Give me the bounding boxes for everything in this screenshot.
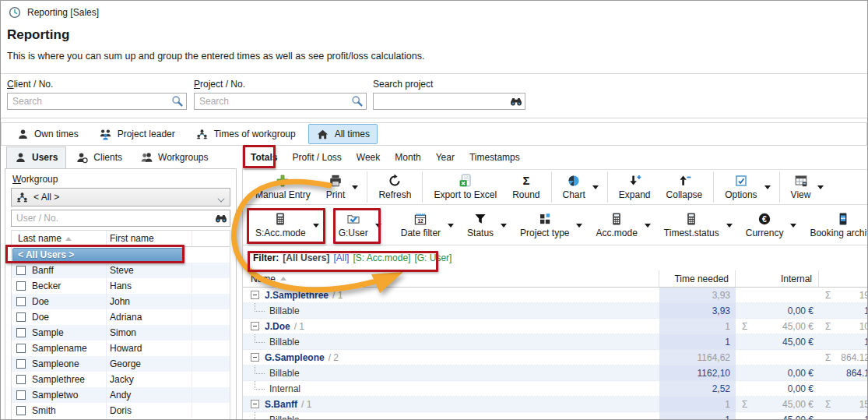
search-icon[interactable] [171, 95, 184, 108]
user-checkbox[interactable] [16, 266, 26, 275]
report-tab-totals[interactable]: Totals [251, 152, 277, 163]
toolbar-button-booking-archive[interactable]: Booking archive [802, 205, 868, 245]
chevron-down-icon[interactable] [764, 185, 771, 189]
user-checkbox[interactable] [16, 359, 26, 369]
report-row-billable-8[interactable]: Billable145,00 €1 [243, 412, 868, 420]
user-row-doe-adriana[interactable]: DoeAdriana [12, 309, 230, 325]
toolbar-button-expand[interactable]: Expand [611, 170, 659, 204]
tree-collapse-icon[interactable] [251, 400, 259, 408]
report-tab-profit-loss[interactable]: Profit / Loss [292, 152, 341, 163]
report-row-s-banff-7[interactable]: S.Banff/ 11Σ45,00 €Σ15 [243, 397, 868, 412]
report-tab-week[interactable]: Week [357, 152, 380, 163]
report-tab-timestamps[interactable]: Timestamps [469, 152, 520, 163]
user-checkbox[interactable] [16, 281, 26, 291]
project-search-input[interactable] [194, 93, 367, 110]
toolbar-button-print[interactable]: Print [318, 170, 364, 204]
internal-value: 45,00 € [782, 337, 814, 348]
search-icon[interactable] [351, 95, 364, 108]
report-row-billable-1[interactable]: Billable3,930,00 €1 [243, 303, 868, 319]
filter-toolbar: S:Acc.modeG:User12Date filterStatusProje… [243, 205, 867, 245]
user-row-sample-simon[interactable]: SampleSimon [12, 325, 230, 341]
toolbar-button-date-filter[interactable]: 12Date filter [393, 205, 459, 245]
column-header-lastname[interactable]: Last name [12, 231, 107, 246]
report-tab-month[interactable]: Month [395, 152, 420, 163]
toolbar-button-round[interactable]: ΣRound [504, 170, 547, 204]
toolbar-button-label: Export to Excel [434, 189, 497, 200]
report-row-j-samplethree-0[interactable]: J.Samplethree/ 13,93Σ19 [243, 288, 868, 303]
chevron-down-icon[interactable] [501, 224, 507, 228]
user-filter-input[interactable] [11, 210, 230, 227]
chevron-down-icon[interactable] [448, 224, 454, 228]
user-row-smith-doris[interactable]: SmithDoris [12, 403, 230, 418]
mode-tab-project-leader[interactable]: Project leader [91, 124, 183, 144]
app-window: Reporting [Sales] Reporting This is wher… [0, 0, 868, 420]
tree-collapse-icon[interactable] [251, 353, 259, 362]
user-table-header: Last name First name [12, 231, 230, 247]
report-row-j-doe-2[interactable]: J.Doe/ 11Σ45,00 €Σ10 [243, 319, 868, 334]
column-header-firstname[interactable]: First name [107, 231, 192, 246]
tree-collapse-icon[interactable] [251, 291, 259, 299]
chevron-down-icon[interactable] [726, 224, 733, 228]
user-row-banff-steve[interactable]: BanffSteve [12, 263, 230, 278]
tree-collapse-icon[interactable] [251, 322, 259, 330]
mode-tab-times-of-workgroup[interactable]: Times of workgroup [188, 124, 304, 144]
toolbar-button-export-to-excel[interactable]: Export to Excel [426, 170, 504, 204]
toolbar-button-refresh[interactable]: Refresh [371, 170, 419, 204]
chevron-down-icon[interactable] [576, 224, 582, 228]
user-row-doe-john[interactable]: DoeJohn [12, 294, 230, 309]
client-search-input[interactable] [7, 93, 187, 110]
toolbar-button-label: Round [512, 189, 539, 200]
all-users-row[interactable]: < All Users > [12, 247, 230, 263]
user-checkbox[interactable] [16, 406, 26, 415]
chevron-down-icon[interactable] [592, 185, 599, 189]
user-row-sampleone-george[interactable]: SampleoneGeorge [12, 356, 230, 372]
toolbar-button-chart[interactable]: Chart [555, 170, 604, 204]
report-row-internal-6[interactable]: Internal2,520,00 € [243, 381, 868, 397]
chevron-down-icon[interactable] [352, 185, 358, 189]
user-checkbox[interactable] [16, 390, 26, 400]
left-tab-workgroups[interactable]: Workgroups [132, 146, 216, 168]
toolbar-button-options[interactable]: Options [717, 170, 775, 204]
chevron-down-icon[interactable] [375, 224, 381, 228]
toolbar-button-manual-entry[interactable]: Manual Entry [248, 170, 318, 204]
user-checkbox[interactable] [16, 297, 26, 306]
toolbar-button-status[interactable]: Status [459, 205, 512, 245]
user-row-samplethree-jacky[interactable]: SamplethreeJacky [12, 372, 230, 387]
toolbar-button-acc-mode[interactable]: Acc.mode [588, 205, 655, 245]
user-row-samplename-howard[interactable]: SamplenameHoward [12, 341, 230, 356]
toolbar-button-collapse[interactable]: Collapse [659, 170, 711, 204]
left-tab-clients[interactable]: Clients [68, 146, 131, 168]
left-tab-users[interactable]: Users [6, 146, 66, 168]
toolbar-button-currency[interactable]: €Currency [738, 205, 803, 245]
chevron-down-icon[interactable] [645, 224, 651, 228]
workgroup-dropdown[interactable]: < All > [11, 188, 230, 206]
toolbar-button-view[interactable]: View [783, 170, 830, 204]
user-lastname: Sampletwo [32, 390, 78, 401]
toolbar-button-s-acc-mode[interactable]: S:Acc.mode [248, 205, 325, 245]
report-row-g-sampleone-4[interactable]: G.Sampleone/ 21164,62Σ864.12 [243, 350, 868, 365]
column-header-time-needed[interactable]: Time needed [659, 270, 736, 287]
search-project-input[interactable] [373, 93, 525, 110]
user-checkbox[interactable] [16, 344, 26, 353]
report-tab-year[interactable]: Year [436, 152, 455, 163]
chevron-down-icon[interactable] [790, 224, 796, 228]
report-row-billable-3[interactable]: Billable145,00 €1 [243, 334, 868, 350]
binoculars-icon[interactable] [510, 95, 522, 108]
binoculars-icon[interactable] [215, 212, 227, 224]
column-header-extra[interactable] [819, 270, 868, 287]
user-checkbox[interactable] [16, 328, 26, 337]
column-header-internal[interactable]: Internal [736, 270, 819, 287]
chevron-down-icon[interactable] [817, 185, 824, 189]
report-row-billable-5[interactable]: Billable1162,100,00 €864.1 [243, 365, 868, 381]
toolbar-button-project-type[interactable]: Project type [512, 205, 588, 245]
column-header-name[interactable]: Name [243, 270, 659, 287]
toolbar-button-timest-status[interactable]: Timest.status [656, 205, 738, 245]
chevron-down-icon[interactable] [313, 224, 319, 228]
user-row-becker-hans[interactable]: BeckerHans [12, 278, 230, 294]
mode-tab-all-times[interactable]: All times [308, 124, 378, 144]
user-row-sampletwo-andy[interactable]: SampletwoAndy [12, 387, 230, 403]
user-checkbox[interactable] [16, 375, 26, 384]
toolbar-button-g-user[interactable]: G:User [331, 205, 387, 245]
user-checkbox[interactable] [16, 312, 26, 322]
mode-tab-own-times[interactable]: Own times [8, 124, 86, 144]
